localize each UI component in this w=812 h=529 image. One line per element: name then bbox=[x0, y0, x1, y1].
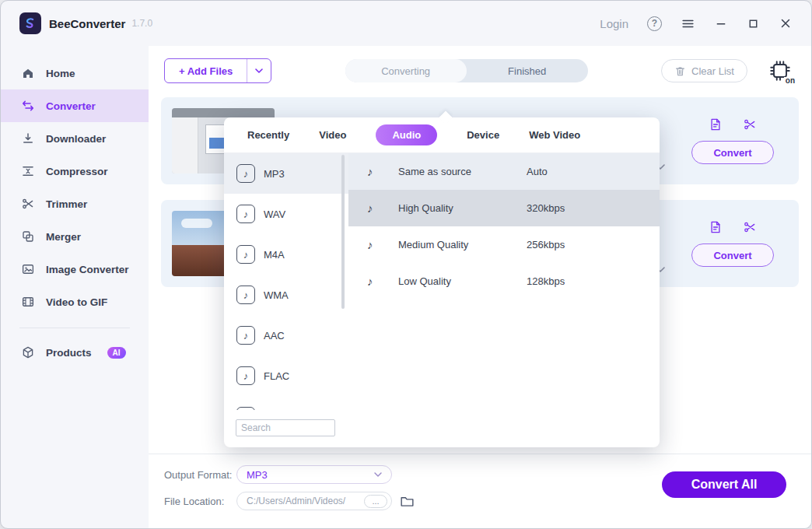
sidebar-item-video-to-gif[interactable]: Video to GIF bbox=[1, 286, 149, 318]
scissors-icon bbox=[21, 197, 35, 211]
sidebar-item-image-converter[interactable]: Image Converter bbox=[1, 253, 149, 286]
format-item-mp3[interactable]: ♪ MP3 bbox=[224, 153, 348, 194]
format-item-wav[interactable]: ♪ WAV bbox=[224, 194, 348, 234]
quality-name: Low Quality bbox=[398, 275, 527, 287]
minimize-button[interactable] bbox=[714, 16, 728, 30]
output-format-label: Output Format: bbox=[164, 469, 236, 481]
music-note-icon: ♪ bbox=[367, 165, 381, 178]
file-actions: Convert bbox=[691, 117, 774, 164]
app-logo-icon bbox=[19, 12, 41, 34]
browse-more-button[interactable]: ... bbox=[364, 495, 387, 508]
convert-button[interactable]: Convert bbox=[691, 243, 774, 267]
sidebar-item-converter[interactable]: Converter bbox=[1, 89, 149, 122]
format-list-scroll: ♪ MP3 ♪ WAV ♪ M4A ♪ WMA bbox=[224, 153, 348, 410]
file-settings-icon[interactable] bbox=[709, 220, 723, 234]
merger-icon bbox=[21, 229, 35, 243]
cube-icon bbox=[21, 345, 35, 359]
download-icon bbox=[21, 131, 35, 145]
format-search-input[interactable] bbox=[236, 419, 335, 436]
file-location-field: ... bbox=[236, 492, 392, 510]
sidebar-item-label: Trimmer bbox=[46, 198, 87, 210]
sidebar-item-label: Downloader bbox=[46, 133, 106, 145]
file-location-input[interactable] bbox=[247, 496, 364, 506]
help-icon[interactable]: ? bbox=[647, 16, 662, 31]
music-file-icon: ♪ bbox=[236, 245, 255, 264]
tab-device[interactable]: Device bbox=[467, 129, 499, 141]
sidebar-item-trimmer[interactable]: Trimmer bbox=[1, 187, 149, 220]
music-note-icon: ♪ bbox=[367, 238, 381, 251]
music-file-icon: ♪ bbox=[236, 164, 255, 183]
file-location-label: File Location: bbox=[164, 496, 236, 507]
converting-finished-toggle: Converting Finished bbox=[345, 59, 588, 82]
trim-scissors-icon[interactable] bbox=[743, 220, 757, 234]
bottom-bar: Output Format: MP3 File Location: ... bbox=[149, 454, 811, 528]
convert-button[interactable]: Convert bbox=[691, 141, 774, 164]
quality-value: 256kbps bbox=[527, 239, 565, 250]
tab-recently[interactable]: Recently bbox=[247, 129, 289, 141]
open-folder-icon[interactable] bbox=[400, 494, 415, 509]
clear-list-button[interactable]: Clear List bbox=[661, 59, 747, 82]
format-item-m4a[interactable]: ♪ M4A bbox=[224, 234, 348, 275]
title-bar: BeeConverter 1.7.0 Login ? bbox=[1, 1, 811, 46]
quality-name: Medium Quality bbox=[398, 239, 527, 250]
file-actions: Convert bbox=[691, 220, 774, 267]
quality-name: Same as source bbox=[398, 166, 527, 177]
format-label: WMA bbox=[264, 289, 289, 301]
tab-converting[interactable]: Converting bbox=[345, 59, 467, 82]
file-settings-icon[interactable] bbox=[709, 117, 723, 131]
music-note-icon: ♪ bbox=[367, 275, 381, 288]
sidebar-item-label: Products bbox=[46, 347, 92, 359]
trim-scissors-icon[interactable] bbox=[743, 117, 757, 131]
tab-audio[interactable]: Audio bbox=[376, 124, 437, 145]
sidebar-item-label: Converter bbox=[46, 100, 96, 112]
add-files-dropdown-icon[interactable] bbox=[247, 59, 271, 82]
sidebar-item-products[interactable]: Products AI bbox=[1, 336, 149, 369]
close-button[interactable] bbox=[779, 16, 793, 30]
format-item-flac[interactable]: ♪ FLAC bbox=[224, 356, 348, 396]
ai-badge: AI bbox=[107, 347, 126, 359]
format-label: AAC bbox=[264, 330, 285, 342]
convert-all-button[interactable]: Convert All bbox=[662, 471, 786, 498]
tab-web-video[interactable]: Web Video bbox=[529, 129, 580, 141]
home-icon bbox=[21, 66, 35, 80]
quality-item-medium[interactable]: ♪ Medium Quality 256kbps bbox=[348, 226, 660, 263]
sidebar-item-downloader[interactable]: Downloader bbox=[1, 122, 149, 155]
quality-item-high[interactable]: ♪ High Quality 320kbps bbox=[348, 190, 660, 226]
quality-item-low[interactable]: ♪ Low Quality 128kbps bbox=[348, 263, 660, 300]
app-version: 1.7.0 bbox=[131, 18, 152, 29]
sidebar-item-home[interactable]: Home bbox=[1, 57, 149, 89]
format-item-wma[interactable]: ♪ WMA bbox=[224, 275, 348, 315]
app-window: BeeConverter 1.7.0 Login ? Home bbox=[0, 0, 812, 529]
format-item-partial[interactable]: ♪ bbox=[224, 396, 348, 410]
tab-finished[interactable]: Finished bbox=[467, 59, 588, 82]
format-list-scrollbar[interactable] bbox=[341, 155, 345, 309]
login-link[interactable]: Login bbox=[600, 17, 628, 30]
output-format-value: MP3 bbox=[247, 469, 374, 481]
format-popup-body: ♪ MP3 ♪ WAV ♪ M4A ♪ WMA bbox=[224, 153, 660, 447]
tab-video[interactable]: Video bbox=[319, 129, 346, 141]
format-list: ♪ MP3 ♪ WAV ♪ M4A ♪ WMA bbox=[224, 153, 348, 447]
format-label: M4A bbox=[264, 249, 285, 261]
film-icon bbox=[21, 295, 35, 309]
app-title: BeeConverter bbox=[49, 17, 125, 30]
music-file-icon: ♪ bbox=[236, 366, 255, 385]
maximize-button[interactable] bbox=[747, 17, 760, 30]
format-popup-tabs: Recently Video Audio Device Web Video bbox=[224, 117, 660, 153]
sidebar-item-label: Compressor bbox=[46, 166, 108, 177]
format-item-aac[interactable]: ♪ AAC bbox=[224, 315, 348, 356]
settings-panel-toggle[interactable]: on bbox=[768, 58, 793, 83]
music-file-icon: ♪ bbox=[236, 205, 255, 223]
settings-on-label: on bbox=[784, 77, 795, 85]
quality-value: Auto bbox=[527, 166, 548, 177]
menu-icon[interactable] bbox=[681, 16, 695, 31]
music-file-icon: ♪ bbox=[236, 326, 255, 345]
add-files-button[interactable]: + Add Files bbox=[164, 58, 271, 83]
sidebar-item-label: Home bbox=[46, 68, 75, 79]
sidebar-item-label: Video to GIF bbox=[46, 296, 107, 308]
output-format-select[interactable]: MP3 bbox=[236, 465, 392, 484]
quality-value: 128kbps bbox=[527, 275, 565, 287]
sidebar-item-compressor[interactable]: Compressor bbox=[1, 155, 149, 187]
sidebar-item-merger[interactable]: Merger bbox=[1, 220, 149, 253]
music-note-icon: ♪ bbox=[367, 201, 381, 215]
quality-item-same-as-source[interactable]: ♪ Same as source Auto bbox=[348, 153, 660, 190]
